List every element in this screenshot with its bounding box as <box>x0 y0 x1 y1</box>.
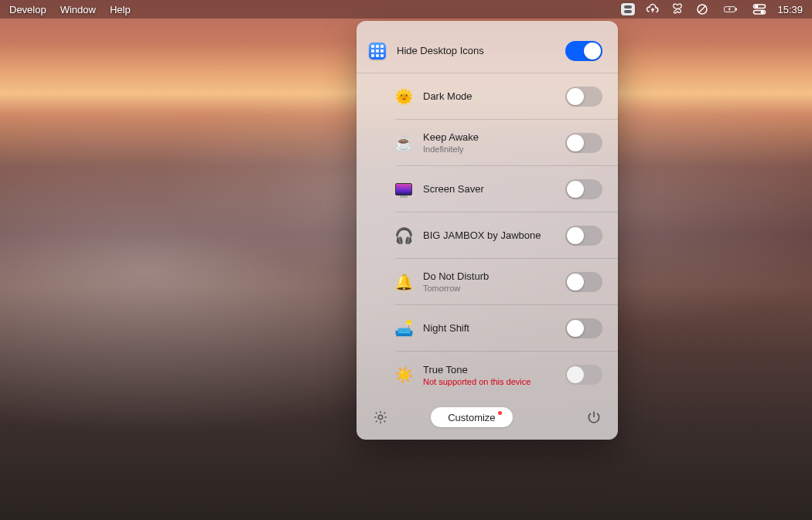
row-sublabel: Not supported on this device <box>423 377 554 386</box>
svg-point-7 <box>378 415 382 419</box>
customize-button[interactable]: Customize <box>431 407 512 427</box>
lamp-icon: 🛋️ <box>395 320 412 337</box>
circle-slash-icon[interactable] <box>695 2 709 16</box>
row-label: True Tone <box>423 364 554 376</box>
toggle-audio-output[interactable] <box>565 226 602 246</box>
row-dark-mode: 🌞 Dark Mode <box>395 73 618 120</box>
butterfly-icon[interactable] <box>670 2 684 16</box>
svg-point-4 <box>756 5 758 8</box>
gear-icon[interactable] <box>372 409 389 426</box>
row-night-shift: 🛋️ Night Shift <box>395 305 618 352</box>
toggle-true-tone <box>565 365 602 385</box>
row-sublabel: Tomorrow <box>423 284 554 293</box>
row-true-tone: ☀️ True Tone Not supported on this devic… <box>395 352 618 398</box>
row-screen-saver: Screen Saver <box>395 166 618 212</box>
menu-help[interactable]: Help <box>110 4 131 15</box>
toggle-night-shift[interactable] <box>565 318 602 338</box>
screensaver-icon <box>395 181 412 198</box>
power-icon[interactable] <box>585 409 602 426</box>
battery-charging-icon[interactable] <box>720 2 742 16</box>
sun-icon: 🌞 <box>395 88 412 105</box>
toggle-screen-saver[interactable] <box>565 179 602 199</box>
row-label: BIG JAMBOX by Jawbone <box>423 229 554 241</box>
headphones-icon: 🎧 <box>395 227 412 244</box>
menubar: Develop Window Help 15:39 <box>0 0 812 19</box>
menubar-clock[interactable]: 15:39 <box>777 4 803 15</box>
toggles-icon[interactable] <box>752 2 766 16</box>
row-label: Do Not Disturb <box>423 270 554 282</box>
cloud-icon[interactable] <box>646 2 660 16</box>
menu-develop[interactable]: Develop <box>9 4 46 15</box>
svg-point-6 <box>762 11 764 13</box>
menu-window[interactable]: Window <box>60 4 96 15</box>
svg-rect-2 <box>736 8 738 10</box>
toggle-hide-desktop-icons[interactable] <box>565 41 602 61</box>
one-switch-menubar-icon[interactable] <box>621 2 635 16</box>
bell-icon: 🔔 <box>395 274 412 291</box>
row-label: Dark Mode <box>423 90 554 102</box>
panel-footer: Customize <box>357 398 618 430</box>
grid-icon <box>369 42 386 59</box>
row-sublabel: Indefinitely <box>423 144 554 154</box>
row-keep-awake: ☕ Keep Awake Indefinitely <box>395 120 618 166</box>
row-label: Night Shift <box>423 322 554 334</box>
row-label: Hide Desktop Icons <box>397 45 554 56</box>
coffee-icon: ☕ <box>395 134 412 151</box>
row-label: Keep Awake <box>423 131 554 143</box>
toggle-do-not-disturb[interactable] <box>565 272 602 292</box>
menubar-right: 15:39 <box>621 2 803 16</box>
row-audio-output: 🎧 BIG JAMBOX by Jawbone <box>395 212 618 259</box>
one-switch-panel: Hide Desktop Icons 🌞 Dark Mode ☕ Keep Aw… <box>357 21 618 440</box>
row-hide-desktop-icons: Hide Desktop Icons <box>357 27 618 73</box>
toggle-dark-mode[interactable] <box>565 87 602 107</box>
toggle-keep-awake[interactable] <box>565 133 602 153</box>
customize-button-label: Customize <box>448 412 495 423</box>
row-do-not-disturb: 🔔 Do Not Disturb Tomorrow <box>395 259 618 305</box>
badge-dot <box>498 411 502 415</box>
row-label: Screen Saver <box>423 183 554 195</box>
menubar-left: Develop Window Help <box>9 4 131 15</box>
sun-outline-icon: ☀️ <box>395 366 412 383</box>
